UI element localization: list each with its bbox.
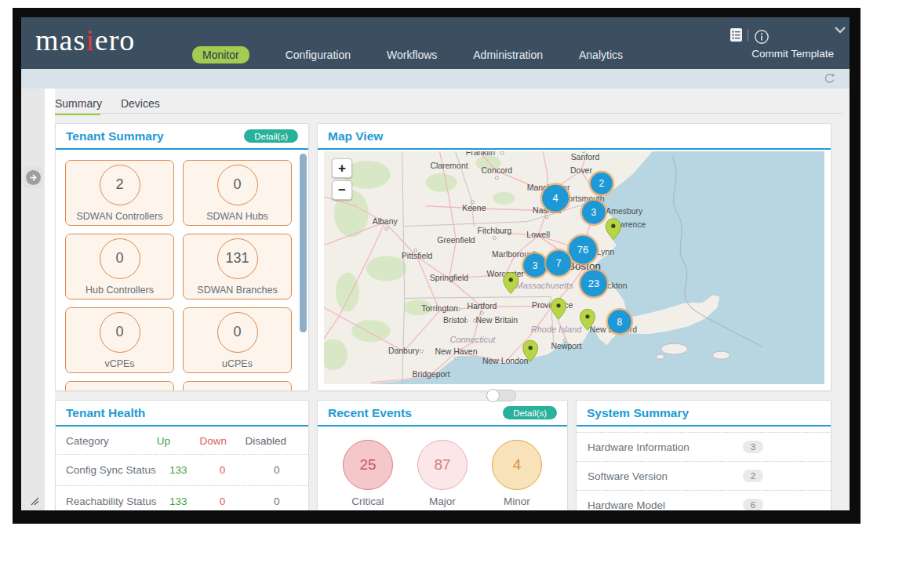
map-city-dot: [455, 357, 458, 360]
card-count-circle: 0: [217, 312, 258, 353]
tenant-summary-card-sdwan-controllers[interactable]: 2SDWAN Controllers: [65, 160, 174, 226]
event-critical[interactable]: 25Critical: [340, 440, 395, 507]
tenant-health-panel: Tenant Health CategoryUpDownDisabled Con…: [55, 400, 309, 510]
map-canvas[interactable]: + −: [324, 151, 824, 384]
map-city-label-bristol: Bristol: [443, 316, 466, 325]
map-city-label-new-london: New London: [482, 357, 529, 365]
event-label: Major: [415, 495, 470, 507]
system-summary-row-software-version[interactable]: Software Version2: [577, 462, 831, 491]
map-cluster-marker[interactable]: 4: [540, 183, 571, 213]
tenant-health-row-reachability-status: Reachability Status13300: [56, 486, 308, 511]
sub-toolbar: [21, 69, 850, 89]
recent-events-panel: Recent Events Detail(s) 25Critical87Majo…: [317, 400, 568, 510]
map-cluster-marker[interactable]: 3: [580, 198, 607, 226]
refresh-icon[interactable]: [822, 71, 837, 86]
event-label: Minor: [489, 495, 544, 507]
template-list-icon[interactable]: [730, 27, 743, 42]
map-zoom-in-button[interactable]: +: [332, 158, 352, 178]
map-city-label-sanford: Sanford: [571, 153, 600, 162]
map-city-label-albany: Albany: [373, 217, 398, 226]
map-cluster-marker[interactable]: 23: [578, 268, 609, 299]
map-city-label-lynn: Lynn: [597, 248, 614, 256]
system-summary-row-hardware-model[interactable]: Hardware Model6: [577, 491, 831, 510]
nav-item-analytics[interactable]: Analytics: [579, 46, 623, 64]
event-minor[interactable]: 4Minor: [489, 440, 544, 507]
tenant-summary-card-clipped: [65, 381, 174, 390]
sidebar-edge: [45, 89, 55, 510]
map-city-label-franklin: Franklin: [466, 151, 495, 157]
tenant-health-col-category: Category: [56, 426, 157, 455]
map-city-label-keene: Keene: [462, 204, 486, 212]
tenant-health-row-config-sync-status: Config Sync Status13300: [56, 455, 308, 486]
tenant-summary-card-ucpes[interactable]: 0uCPEs: [183, 307, 292, 373]
card-count-circle: 0: [100, 312, 140, 353]
collapsed-sidebar-rail: [21, 89, 45, 510]
map-state-label-rhode-island: Rhode Island: [531, 325, 582, 334]
map-city-dot: [495, 176, 498, 180]
nav-item-workflows[interactable]: Workflows: [387, 46, 437, 64]
nav-item-monitor[interactable]: Monitor: [192, 46, 249, 64]
event-count-circle: 4: [492, 440, 542, 490]
recent-events-details-button[interactable]: Detail(s): [503, 406, 557, 419]
system-summary-count-badge: 2: [743, 470, 763, 482]
map-city-dot: [480, 311, 483, 314]
map-city-label-amesbury: Amesbury: [606, 208, 643, 216]
top-icons: [21, 17, 850, 44]
cluster-count: 76: [577, 244, 588, 256]
card-label: SDWAN Branches: [197, 285, 277, 296]
event-major[interactable]: 87Major: [415, 440, 470, 507]
card-count-circle: 0: [217, 165, 258, 205]
tenant-health-col-down: Down: [200, 426, 246, 455]
arrow-right-icon: [26, 170, 41, 185]
tenant-health-title: Tenant Health: [66, 406, 145, 420]
system-summary-row-hardware-information[interactable]: Hardware Information3: [577, 433, 831, 462]
map-svg: FranklinClaremontConcordSanfordDoverManc…: [324, 151, 824, 384]
nav-item-configuration[interactable]: Configuration: [286, 46, 351, 64]
info-icon[interactable]: [754, 29, 770, 45]
map-cluster-marker[interactable]: 2: [588, 170, 614, 196]
recent-events-counters: 25Critical87Major4Minor: [318, 426, 567, 507]
card-label: SDWAN Controllers: [77, 211, 163, 222]
map-city-label-newport: Newport: [551, 342, 582, 350]
sidebar-expand-button[interactable]: [24, 166, 43, 188]
cluster-count: 7: [556, 258, 562, 269]
cluster-count: 2: [599, 178, 605, 189]
tenant-summary-title: Tenant Summary: [66, 129, 164, 143]
cluster-count: 23: [588, 278, 599, 289]
cell: 0: [245, 455, 308, 486]
commit-template-button[interactable]: Commit Template: [751, 48, 834, 60]
tenant-summary-panel: Tenant Summary Detail(s) 2SDWAN Controll…: [55, 123, 309, 391]
map-city-label-pittsfield: Pittsfield: [402, 252, 433, 260]
tenant-summary-card-sdwan-branches[interactable]: 131SDWAN Branches: [183, 234, 292, 299]
tenant-summary-scrollbar[interactable]: [300, 154, 307, 332]
map-cluster-marker[interactable]: 7: [544, 249, 573, 278]
recent-events-title: Recent Events: [328, 406, 412, 420]
system-summary-label: Hardware Information: [588, 441, 690, 453]
resize-grip-icon[interactable]: [31, 497, 39, 506]
cell: 133: [157, 486, 200, 511]
cluster-count: 4: [552, 192, 558, 204]
card-count-circle: 131: [217, 238, 258, 279]
map-cluster-marker[interactable]: 8: [606, 308, 633, 336]
map-zoom-out-button[interactable]: −: [332, 180, 352, 200]
map-view-panel: Map View + −: [317, 123, 831, 391]
tenant-summary-card-hub-controllers[interactable]: 0Hub Controllers: [65, 234, 174, 299]
map-zoom-controls: + −: [332, 158, 352, 202]
app-window: masiero MonitorConfigurationWorkflowsAdm…: [21, 17, 850, 510]
app-window-frame: masiero MonitorConfigurationWorkflowsAdm…: [13, 8, 861, 524]
nav-item-administration[interactable]: Administration: [473, 46, 543, 64]
system-summary-count-badge: 6: [743, 499, 763, 510]
tenant-summary-details-button[interactable]: Detail(s): [244, 129, 298, 143]
tenant-summary-card-vcpes[interactable]: 0vCPEs: [65, 307, 174, 373]
system-summary-count-badge: 3: [743, 441, 763, 453]
panel-split-handle[interactable]: [486, 390, 516, 401]
chevron-down-icon[interactable]: [835, 27, 846, 34]
map-city-label-bridgeport: Bridgeport: [412, 370, 449, 379]
tenant-health-col-up: Up: [157, 426, 200, 455]
card-count-circle: 2: [100, 165, 140, 205]
map-city-dot: [493, 237, 496, 240]
system-summary-label: Software Version: [588, 470, 668, 482]
content-area: SummaryDevices Tenant Summary Detail(s) …: [21, 89, 850, 510]
tenant-summary-card-sdwan-hubs[interactable]: 0SDWAN Hubs: [183, 160, 292, 226]
card-label: uCPEs: [222, 358, 253, 369]
